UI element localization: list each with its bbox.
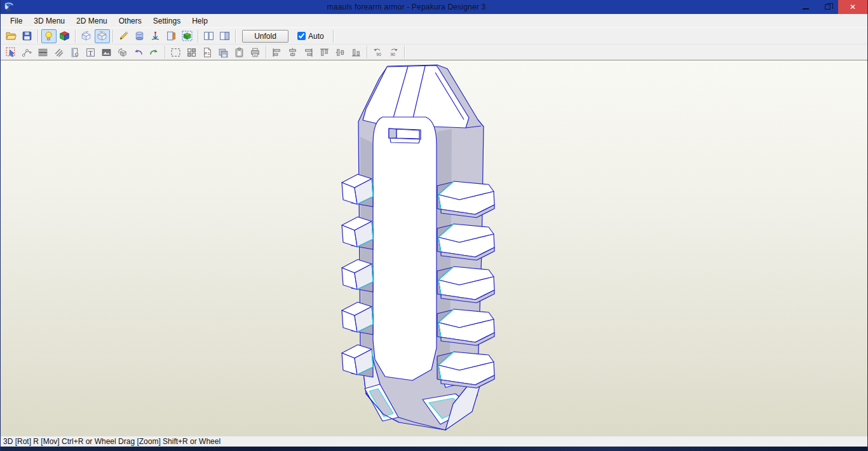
auto-checkbox[interactable] (297, 32, 306, 40)
maximize-button[interactable] (817, 0, 838, 14)
hatch-lines-icon (53, 47, 64, 58)
align-bottom-button[interactable] (349, 45, 364, 59)
clipboard-icon (234, 47, 245, 58)
texture-view-button[interactable] (57, 29, 72, 43)
select-parts-3d-button[interactable] (180, 29, 195, 43)
page-p1-icon: P.1 (202, 47, 213, 58)
select-rect-button[interactable] (168, 45, 184, 59)
four-squares-icon (186, 47, 197, 58)
close-icon: ✕ (850, 3, 856, 11)
auto-checkbox-label: Auto (308, 32, 324, 41)
text-tool-icon: T (85, 47, 96, 58)
align-right-button[interactable] (301, 45, 316, 59)
menu-others[interactable]: Others (113, 15, 147, 27)
menu-2d[interactable]: 2D Menu (71, 15, 113, 27)
toolbar-separator (235, 30, 236, 43)
open-edge-button[interactable] (79, 29, 94, 43)
solid-view-button[interactable] (132, 29, 147, 43)
model-svg[interactable] (1, 60, 867, 436)
status-text: 3D [Rot] R [Mov] Ctrl+R or Wheel Drag [Z… (3, 437, 220, 446)
open-edge-single-button[interactable] (95, 29, 110, 43)
layout-right-pane-button[interactable] (217, 29, 233, 43)
app-window: maauls forearm armor - Pepakura Designer… (0, 0, 868, 451)
edit-node-button[interactable] (20, 45, 35, 59)
light-toggle-button[interactable] (41, 29, 57, 43)
unfold-button[interactable]: Unfold (242, 30, 288, 43)
app-logo-icon (4, 2, 15, 12)
close-button[interactable]: ✕ (838, 0, 867, 14)
menu-help[interactable]: Help (186, 15, 214, 27)
join-edge-button[interactable] (36, 45, 51, 59)
minimize-button[interactable] (795, 0, 817, 14)
hatch-button[interactable] (51, 45, 67, 59)
svg-text:90: 90 (376, 52, 381, 56)
align-left-icon (271, 47, 282, 58)
viewport-3d[interactable] (1, 60, 867, 436)
cylinder-icon (134, 31, 145, 41)
window-frame-bottom (1, 447, 867, 451)
rotate-left-90-button[interactable]: 90 (370, 45, 386, 59)
menu-settings[interactable]: Settings (147, 15, 186, 27)
toolbar-separator (37, 30, 38, 43)
menu-bar: File 3D Menu 2D Menu Others Settings Hel… (1, 14, 867, 27)
layout-two-pane-button[interactable] (201, 29, 217, 43)
pencil-icon (118, 31, 129, 41)
open-box-flap-icon (97, 31, 107, 41)
box-arrow-icon (117, 47, 128, 58)
select-part-button[interactable] (4, 45, 19, 59)
menu-3d[interactable]: 3D Menu (28, 15, 71, 27)
move-3d-button[interactable] (115, 45, 130, 59)
text-tool-button[interactable]: T (83, 45, 98, 59)
anchor-arrows-icon (150, 31, 161, 41)
printer-icon (250, 47, 261, 58)
redo-button[interactable] (147, 45, 162, 59)
node-edit-icon (22, 47, 32, 58)
right-pane-icon (219, 31, 230, 41)
rotate-right-90-icon: 90 (388, 47, 399, 58)
svg-text:P.1: P.1 (205, 51, 210, 55)
page-settings-button[interactable]: P.1 (200, 45, 215, 59)
menu-file[interactable]: File (4, 15, 28, 27)
divide-face-button[interactable] (67, 45, 83, 59)
insert-image-button[interactable] (99, 45, 114, 59)
undo-button[interactable] (131, 45, 146, 59)
toolbar-main: Unfold Auto (1, 27, 867, 44)
export-pages-button[interactable] (216, 45, 231, 59)
material-panel-button[interactable] (164, 29, 179, 43)
toolbar-separator (112, 30, 113, 43)
svg-text:T: T (88, 49, 93, 56)
anchor-point-button[interactable] (148, 29, 163, 43)
zipper-icon (37, 47, 48, 58)
align-center-v-button[interactable] (285, 45, 301, 59)
undo-icon (133, 47, 144, 58)
save-icon (22, 31, 32, 41)
restore-icon (825, 4, 831, 10)
align-center-v-icon (287, 47, 298, 58)
align-bottom-icon (351, 47, 362, 58)
align-left-button[interactable] (269, 45, 285, 59)
redo-icon (149, 47, 159, 58)
align-middle-h-button[interactable] (333, 45, 348, 59)
toolbar-separator (75, 30, 76, 43)
dashed-rect-icon (170, 47, 181, 58)
open-file-button[interactable] (4, 29, 19, 43)
save-button[interactable] (20, 29, 35, 43)
toolbar-separator (333, 30, 334, 43)
pen-tool-button[interactable] (116, 29, 132, 43)
page-strip-icon (69, 47, 80, 58)
arrange-parts-button[interactable] (184, 45, 200, 59)
title-bar[interactable]: maauls forearm armor - Pepakura Designer… (1, 0, 867, 14)
rotate-right-90-button[interactable]: 90 (386, 45, 402, 59)
align-top-button[interactable] (317, 45, 332, 59)
clipboard-button[interactable] (232, 45, 247, 59)
toolbar-separator (404, 46, 405, 59)
align-top-icon (319, 47, 330, 58)
auto-checkbox-wrap: Auto (297, 32, 324, 41)
rotate-left-90-icon: 90 (372, 47, 383, 58)
open-folder-icon (6, 31, 17, 41)
select-arrow-icon (6, 47, 17, 58)
two-pane-icon (203, 31, 214, 41)
print-button[interactable] (248, 45, 263, 59)
select-cube-icon (182, 31, 193, 41)
align-right-icon (303, 47, 314, 58)
